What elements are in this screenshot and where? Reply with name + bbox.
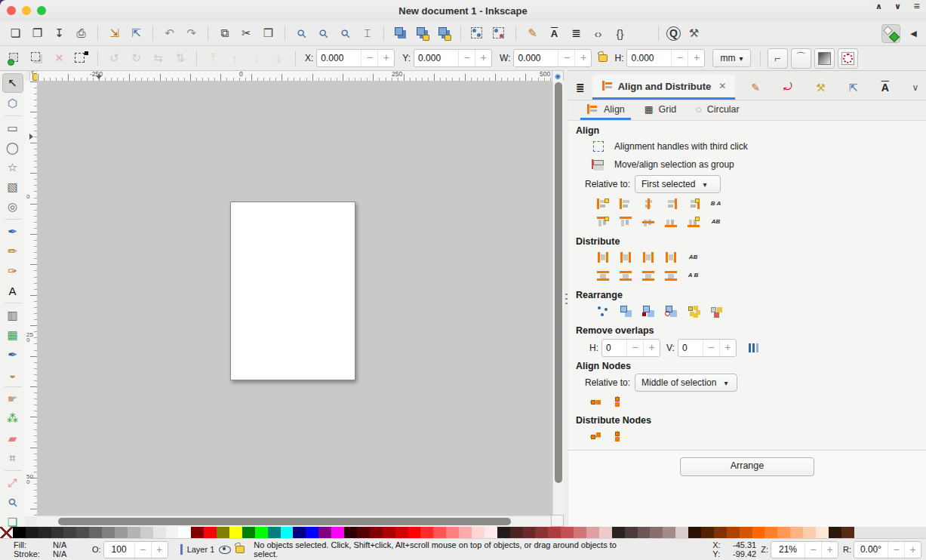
zoom-page-width-button[interactable]: ⌶	[358, 25, 376, 42]
alignment-handles-toggle[interactable]	[589, 139, 607, 155]
align-right-edges[interactable]	[662, 196, 679, 212]
opacity-input[interactable]: 100 − +	[103, 541, 168, 558]
palette-swatch[interactable]	[140, 527, 153, 539]
palette-swatch[interactable]	[586, 527, 599, 539]
objects-dock-tab[interactable]: ⚒	[808, 82, 833, 94]
rotate-cw-button[interactable]: ↻	[128, 50, 145, 67]
h-increment-button[interactable]: +	[688, 50, 704, 66]
palette-swatch[interactable]	[510, 527, 523, 539]
flip-horizontal-button[interactable]: ⇆	[149, 50, 167, 67]
palette-swatch[interactable]	[433, 527, 446, 539]
zoom-input[interactable]: 21% − +	[771, 541, 838, 558]
raise-button[interactable]: ↑	[226, 50, 244, 67]
h-input[interactable]: 0.000 − +	[626, 49, 705, 67]
rotate-ccw-button[interactable]: ↺	[106, 50, 123, 67]
overlap-v-value[interactable]: 0	[678, 343, 703, 353]
export-button[interactable]: ⇱	[128, 25, 145, 42]
zoom-value[interactable]: 21%	[771, 544, 804, 555]
new-document-button[interactable]: ❏	[7, 25, 24, 42]
group-button[interactable]	[469, 25, 486, 42]
palette-swatch[interactable]	[76, 527, 89, 539]
vertical-scrollbar-thumb[interactable]	[555, 82, 562, 483]
y-decrement-button[interactable]: −	[458, 50, 475, 66]
zoom-decrement[interactable]: −	[804, 542, 821, 558]
scrollbar-corner-button[interactable]	[551, 515, 564, 527]
palette-swatch[interactable]	[497, 527, 510, 539]
xml-editor-button[interactable]: ‹›	[589, 25, 607, 42]
palette-swatch[interactable]	[191, 527, 204, 539]
save-button[interactable]: ↧	[51, 25, 68, 42]
palette-swatch[interactable]	[841, 527, 854, 539]
open-button[interactable]: ❐	[29, 25, 46, 42]
x-decrement-button[interactable]: −	[361, 50, 377, 66]
palette-swatch[interactable]	[408, 527, 421, 539]
palette-swatch[interactable]	[675, 527, 688, 539]
flip-vertical-button[interactable]: ⇅	[171, 50, 189, 67]
object-properties-button[interactable]: {}	[611, 25, 629, 42]
move-as-group-toggle[interactable]	[589, 157, 607, 173]
palette-swatch[interactable]	[395, 527, 408, 539]
import-button[interactable]: ⇲	[106, 25, 123, 42]
palette-swatch[interactable]	[318, 527, 331, 539]
exchange-clockwise-button[interactable]	[662, 303, 679, 319]
text-dialog-button[interactable]: A	[546, 25, 563, 42]
tab-circular[interactable]: ◌ Circular	[690, 100, 746, 120]
distribute-centers-vertically[interactable]	[617, 268, 634, 284]
calligraphy-tool[interactable]: ✑	[3, 262, 23, 280]
y-increment-button[interactable]: +	[475, 50, 491, 66]
palette-swatch[interactable]	[293, 527, 306, 539]
palette-swatch[interactable]	[777, 527, 790, 539]
overlap-h-value[interactable]: 0	[602, 343, 626, 353]
lock-width-height-toggle[interactable]	[598, 54, 608, 62]
zoom-drawing-button[interactable]: ⚲	[311, 21, 336, 46]
align-nodes-horizontally[interactable]	[586, 394, 604, 410]
center-on-horizontal-axis[interactable]	[639, 214, 657, 230]
unclump-button[interactable]	[707, 303, 724, 319]
overlap-h-decrement[interactable]: −	[626, 340, 643, 356]
palette-swatch[interactable]	[485, 527, 497, 539]
distribute-left-edges[interactable]	[594, 250, 611, 266]
node-tool[interactable]: ⬡	[3, 94, 23, 112]
star-tool[interactable]: ☆	[3, 158, 23, 177]
palette-swatch[interactable]	[663, 527, 675, 539]
rotation-input[interactable]: 0.00° − +	[854, 541, 921, 558]
eraser-tool[interactable]: ▰	[3, 429, 23, 448]
text-tool[interactable]: A	[3, 282, 23, 300]
tweak-tool[interactable]: ☛	[3, 390, 23, 408]
zoom-page-button[interactable]: ⚲	[333, 21, 358, 46]
align-bottom-to-top-of-anchor[interactable]	[594, 214, 611, 230]
y-input[interactable]: 0.000 − +	[414, 49, 492, 67]
palette-swatch[interactable]	[281, 527, 294, 539]
undo-button[interactable]: ↶	[161, 25, 178, 42]
select-all-layers-button[interactable]	[29, 50, 46, 67]
palette-swatch[interactable]	[13, 527, 26, 539]
palette-swatch[interactable]	[370, 527, 383, 539]
dropper-tool[interactable]: ✒	[3, 346, 23, 364]
palette-swatch[interactable]	[803, 527, 816, 539]
box3d-tool[interactable]: ▧	[3, 178, 23, 196]
align-dialog-button[interactable]	[633, 25, 651, 42]
palette-swatch[interactable]	[128, 527, 140, 539]
text-dock-tab[interactable]: A	[874, 82, 897, 94]
palette-swatch[interactable]	[612, 527, 625, 539]
transform-dock-tab[interactable]: ⤾	[776, 81, 800, 94]
palette-scroll-up-button[interactable]: ∧	[869, 0, 888, 12]
x-increment-button[interactable]: +	[377, 50, 394, 66]
align-distribute-dock-tab[interactable]: Align and Distribute ✕	[592, 75, 736, 100]
gradient-tool[interactable]: ▥	[3, 306, 23, 325]
fill-stroke-dialog-button[interactable]: ✎	[524, 25, 541, 42]
remove-overlaps-button[interactable]	[746, 340, 763, 355]
ellipse-tool[interactable]: ◯	[3, 139, 23, 157]
ungroup-button[interactable]	[491, 25, 508, 42]
x-input[interactable]: 0.000 − +	[316, 49, 395, 67]
distribute-text-baselines[interactable]: A B	[685, 268, 702, 284]
make-vertical-gaps-equal[interactable]	[662, 268, 679, 284]
print-button[interactable]: ⎙	[72, 25, 90, 42]
align-text-anchors-vertical[interactable]: B A	[707, 196, 724, 212]
palette-swatch[interactable]	[0, 527, 13, 539]
canvas-viewport[interactable]	[37, 81, 553, 516]
palette-swatch[interactable]	[535, 527, 548, 539]
arrange-button[interactable]: Arrange	[680, 457, 814, 476]
h-value[interactable]: 0.000	[627, 53, 671, 63]
pencil-tool[interactable]: ✏	[3, 242, 23, 260]
